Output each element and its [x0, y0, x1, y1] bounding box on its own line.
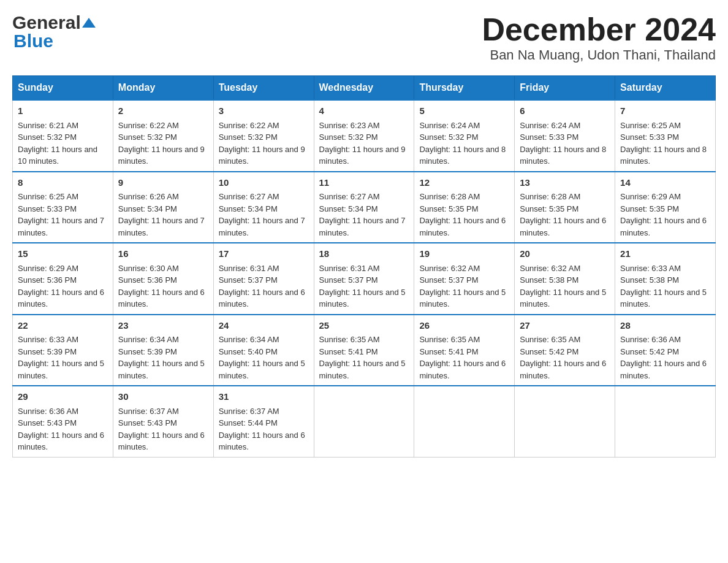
calendar-cell: 10Sunrise: 6:27 AMSunset: 5:34 PMDayligh… [213, 172, 314, 243]
sunrise-label: Sunrise: 6:22 AM [118, 121, 179, 130]
day-number: 11 [319, 176, 409, 190]
day-number: 1 [18, 104, 108, 118]
day-number: 27 [520, 319, 610, 333]
sunrise-label: Sunrise: 6:36 AM [18, 407, 78, 416]
sunset-label: Sunset: 5:35 PM [419, 204, 478, 213]
day-header-sunday: Sunday [13, 76, 113, 101]
sunset-label: Sunset: 5:32 PM [319, 132, 378, 142]
day-number: 30 [118, 390, 208, 404]
svg-marker-0 [82, 18, 96, 28]
daylight-label: Daylight: 11 hours and 8 minutes. [520, 145, 606, 166]
calendar-cell: 25Sunrise: 6:35 AMSunset: 5:41 PMDayligh… [314, 315, 414, 386]
daylight-label: Daylight: 11 hours and 5 minutes. [18, 359, 104, 380]
day-number: 13 [520, 176, 610, 190]
daylight-label: Daylight: 11 hours and 6 minutes. [118, 288, 205, 309]
day-number: 24 [219, 319, 309, 333]
daylight-label: Daylight: 11 hours and 6 minutes. [419, 359, 506, 380]
day-number: 16 [118, 247, 208, 261]
sunrise-label: Sunrise: 6:34 AM [219, 335, 279, 344]
sunrise-label: Sunrise: 6:26 AM [118, 192, 179, 201]
day-number: 14 [620, 176, 710, 190]
daylight-label: Daylight: 11 hours and 8 minutes. [620, 145, 707, 166]
week-row-5: 29Sunrise: 6:36 AMSunset: 5:43 PMDayligh… [13, 386, 716, 457]
day-number: 15 [18, 247, 108, 261]
sunrise-label: Sunrise: 6:37 AM [118, 407, 179, 416]
calendar-cell: 16Sunrise: 6:30 AMSunset: 5:36 PMDayligh… [113, 243, 213, 315]
day-number: 2 [118, 104, 208, 118]
sunrise-label: Sunrise: 6:35 AM [319, 335, 380, 344]
sunrise-label: Sunrise: 6:24 AM [520, 121, 580, 130]
sunrise-label: Sunrise: 6:24 AM [419, 121, 480, 130]
sunset-label: Sunset: 5:39 PM [18, 347, 77, 356]
daylight-label: Daylight: 11 hours and 5 minutes. [419, 288, 506, 309]
day-number: 6 [520, 104, 610, 118]
sunset-label: Sunset: 5:37 PM [319, 275, 378, 285]
daylight-label: Daylight: 11 hours and 9 minutes. [319, 145, 406, 166]
daylight-label: Daylight: 11 hours and 10 minutes. [18, 145, 97, 166]
calendar-cell: 22Sunrise: 6:33 AMSunset: 5:39 PMDayligh… [13, 315, 113, 386]
day-number: 4 [319, 104, 409, 118]
day-number: 12 [419, 176, 509, 190]
daylight-label: Daylight: 11 hours and 6 minutes. [419, 216, 506, 237]
day-header-friday: Friday [515, 76, 615, 101]
daylight-label: Daylight: 11 hours and 6 minutes. [219, 431, 305, 452]
daylight-label: Daylight: 11 hours and 6 minutes. [219, 288, 305, 309]
page-header: General Blue December 2024 Ban Na Muang,… [12, 12, 716, 63]
day-number: 19 [419, 247, 509, 261]
daylight-label: Daylight: 11 hours and 6 minutes. [620, 216, 707, 237]
sunset-label: Sunset: 5:33 PM [18, 204, 77, 213]
day-number: 18 [319, 247, 409, 261]
calendar-cell [414, 386, 515, 457]
calendar-cell: 7Sunrise: 6:25 AMSunset: 5:33 PMDaylight… [615, 100, 716, 172]
daylight-label: Daylight: 11 hours and 5 minutes. [319, 359, 406, 380]
day-header-tuesday: Tuesday [213, 76, 314, 101]
calendar-cell: 11Sunrise: 6:27 AMSunset: 5:34 PMDayligh… [314, 172, 414, 243]
sunset-label: Sunset: 5:38 PM [520, 275, 578, 285]
sunset-label: Sunset: 5:34 PM [219, 204, 278, 213]
calendar-cell: 28Sunrise: 6:36 AMSunset: 5:42 PMDayligh… [615, 315, 716, 386]
sunset-label: Sunset: 5:34 PM [319, 204, 378, 213]
daylight-label: Daylight: 11 hours and 6 minutes. [520, 359, 606, 380]
calendar-cell: 31Sunrise: 6:37 AMSunset: 5:44 PMDayligh… [213, 386, 314, 457]
sunrise-label: Sunrise: 6:22 AM [219, 121, 279, 130]
sunrise-label: Sunrise: 6:27 AM [319, 192, 380, 201]
day-number: 10 [219, 176, 309, 190]
sunrise-label: Sunrise: 6:33 AM [620, 264, 681, 273]
day-number: 17 [219, 247, 309, 261]
day-number: 31 [219, 390, 309, 404]
sunrise-label: Sunrise: 6:23 AM [319, 121, 380, 130]
calendar-cell: 20Sunrise: 6:32 AMSunset: 5:38 PMDayligh… [515, 243, 615, 315]
daylight-label: Daylight: 11 hours and 6 minutes. [620, 359, 707, 380]
daylight-label: Daylight: 11 hours and 5 minutes. [319, 288, 406, 309]
daylight-label: Daylight: 11 hours and 6 minutes. [118, 431, 205, 452]
sunset-label: Sunset: 5:39 PM [118, 347, 177, 356]
daylight-label: Daylight: 11 hours and 7 minutes. [319, 216, 406, 237]
logo-triangle-icon [82, 17, 96, 30]
sunrise-label: Sunrise: 6:28 AM [520, 192, 580, 201]
calendar-cell [615, 386, 716, 457]
calendar-cell: 2Sunrise: 6:22 AMSunset: 5:32 PMDaylight… [113, 100, 213, 172]
day-number: 20 [520, 247, 610, 261]
sunrise-label: Sunrise: 6:32 AM [520, 264, 580, 273]
sunrise-label: Sunrise: 6:21 AM [18, 121, 78, 130]
sunset-label: Sunset: 5:34 PM [118, 204, 177, 213]
location-subtitle: Ban Na Muang, Udon Thani, Thailand [482, 47, 716, 63]
month-title: December 2024 [482, 12, 716, 47]
week-row-4: 22Sunrise: 6:33 AMSunset: 5:39 PMDayligh… [13, 315, 716, 386]
sunrise-label: Sunrise: 6:29 AM [18, 264, 78, 273]
week-row-2: 8Sunrise: 6:25 AMSunset: 5:33 PMDaylight… [13, 172, 716, 243]
day-number: 23 [118, 319, 208, 333]
calendar-cell: 26Sunrise: 6:35 AMSunset: 5:41 PMDayligh… [414, 315, 515, 386]
logo-general-text: General [12, 12, 81, 33]
sunrise-label: Sunrise: 6:25 AM [620, 121, 681, 130]
daylight-label: Daylight: 11 hours and 5 minutes. [219, 359, 305, 380]
sunrise-label: Sunrise: 6:29 AM [620, 192, 681, 201]
sunrise-label: Sunrise: 6:31 AM [219, 264, 279, 273]
calendar-cell: 5Sunrise: 6:24 AMSunset: 5:32 PMDaylight… [414, 100, 515, 172]
calendar-cell [515, 386, 615, 457]
calendar-cell: 24Sunrise: 6:34 AMSunset: 5:40 PMDayligh… [213, 315, 314, 386]
sunset-label: Sunset: 5:42 PM [620, 347, 679, 356]
day-number: 25 [319, 319, 409, 333]
calendar-cell: 17Sunrise: 6:31 AMSunset: 5:37 PMDayligh… [213, 243, 314, 315]
calendar-cell: 27Sunrise: 6:35 AMSunset: 5:42 PMDayligh… [515, 315, 615, 386]
